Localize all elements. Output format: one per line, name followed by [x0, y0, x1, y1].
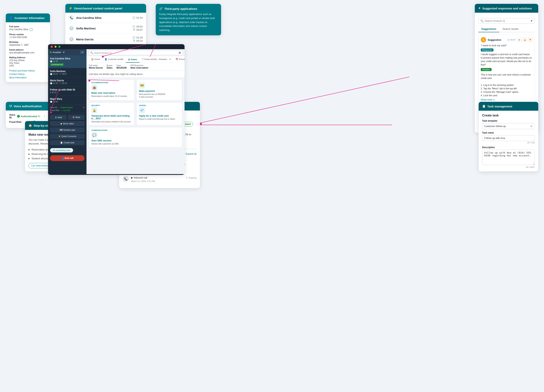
sidebar-contact-nikki[interactable]: Follow up with Nikki W. ‖06:43: [48, 87, 87, 96]
ccp-cards: Accommodations 🏨 Make new reservation Re…: [87, 78, 184, 149]
end-call-btn[interactable]: 👥 End call: [50, 155, 85, 161]
more-info-link[interactable]: More information: [9, 76, 47, 79]
auth-section: Voice ID: ✓ Authenticated ↻ Fraud Risk: …: [48, 105, 87, 113]
card-make-reservation[interactable]: Accommodations 🏨 Make new reservation Re…: [89, 80, 135, 100]
status-text: Available: [53, 51, 61, 53]
ccp-search-bar[interactable]: 🔍 ⚙: [89, 50, 183, 55]
card-new-credit[interactable]: Offers 💎 Apply for a new credit card Rep…: [136, 102, 182, 125]
task-name-count: 18 / 132: [482, 141, 535, 144]
settings-icon[interactable]: ⚙: [179, 51, 181, 54]
product-history-link[interactable]: Product purchase history: [9, 69, 47, 72]
task-mgmt-panel: 📋 Task management Create task Task templ…: [479, 102, 538, 171]
minimize-dot[interactable]: [55, 46, 57, 48]
response-badge: Response: [481, 48, 493, 52]
nav-scheduler[interactable]: 📅 Scheduler: [173, 56, 184, 63]
card-sms[interactable]: Communications 💬 Start SMS session Inter…: [89, 127, 182, 147]
voice-id-row: Voice ID: Authenticated ↻ ⋮: [9, 114, 47, 119]
contact-row[interactable]: 📞 Ana Carolina Silva 🕐 01:43: [65, 13, 146, 23]
call-avatar: 📞: [123, 176, 129, 182]
svg-line-5: [200, 77, 409, 123]
number-pad-btn[interactable]: ⌨ Number pad: [50, 127, 85, 133]
close-icon[interactable]: ✕: [531, 19, 533, 22]
mute-btn[interactable]: 🔇 Mute: [68, 115, 85, 120]
more-btn[interactable]: ⋮: [42, 114, 47, 118]
ccp-action-buttons: ⏸ Hold 🔇 Mute ▶ Show video ⌨ Number pad …: [48, 113, 87, 147]
copy-icon[interactable]: ⧉: [517, 38, 521, 42]
omnichannel-header: ⚡ Omnichannel contact control panel: [65, 4, 146, 13]
close-dot[interactable]: [51, 46, 53, 48]
voice-id-label: Voice ID:: [9, 114, 16, 119]
action-icons: ⧉ 👍 👎: [517, 38, 532, 42]
add-btn[interactable]: +: [80, 51, 85, 54]
maximize-dot[interactable]: [59, 46, 60, 48]
show-more-btn[interactable]: Show more ∨: [481, 98, 532, 101]
sidebar-contact-ana[interactable]: Ana Caroline Silva 🕐01:43 Connected call: [48, 55, 87, 68]
customer-info-panel: 👤 Customer information Full name Ana Car…: [6, 13, 50, 82]
omnichannel-title: Omnichannel contact control panel: [74, 7, 122, 10]
contact-name: Maria Garcia: [76, 38, 93, 41]
call-text: ▶ Inbound call: [131, 176, 147, 180]
it-something-else-btn[interactable]: It's something else: [50, 148, 73, 152]
card-block-debit[interactable]: Security 🔒 Temporary block debit card en…: [89, 102, 135, 125]
thumbs-down-icon[interactable]: 👎: [528, 38, 532, 42]
car-reservations-btn[interactable]: Car reservations: [29, 163, 51, 168]
quick-connects-btn[interactable]: ⚡ Quick Connects: [50, 134, 85, 139]
info-queue: Queue Sales: [106, 64, 112, 69]
chat-icon: 💬: [69, 36, 74, 42]
refresh-btn[interactable]: ↻: [37, 114, 41, 118]
contact-row[interactable]: 💬 Maria Garcia 🕐01:29 ⏱00:14: [65, 34, 146, 45]
nav-home[interactable]: 🏠 Home: [89, 56, 102, 63]
third-party-body: 🔗 Third-party applications Easily integr…: [156, 4, 221, 35]
auth-fraud: ✓ Low risk: [61, 109, 70, 111]
refresh-icon[interactable]: ↻: [83, 106, 85, 109]
card-make-payment[interactable]: 💳 Make payment Next payment due on 09/28…: [136, 80, 182, 100]
contact-name: Sofía Martinez: [76, 27, 96, 30]
suggestion-title: Suggestion: [488, 38, 501, 41]
connector-dot-3: [102, 56, 104, 58]
template-select[interactable]: Customer follow-up: [482, 123, 535, 129]
solution-text: This is how you can Lock and Unlock a cu…: [481, 73, 532, 97]
create-task-btn[interactable]: 📋 Create task: [50, 140, 85, 145]
contact-history-link[interactable]: Contact history: [9, 73, 47, 76]
info-ivr: IVR Response New reservation: [130, 64, 148, 69]
tab-suggestions[interactable]: Suggestions: [478, 26, 499, 32]
person-icon: 👤: [9, 16, 13, 20]
hold-btn[interactable]: ⏸ Hold: [50, 115, 67, 120]
ccp-nav: 🏠 Home 👤 Customer profile 🗂 Cases 🛡 Frau…: [87, 56, 184, 63]
sidebar-contact-sofia[interactable]: Sofia Martinez 🕐00:53 ⏱00:07: [48, 68, 87, 77]
customer-info-body: Full name Ana Carolina Silva Phone numbe…: [6, 22, 50, 82]
connected-badge: Connected call: [50, 63, 64, 66]
phone-icon: 📞: [69, 15, 74, 20]
ongoing-badge: ⏱ Ongoing: [186, 177, 196, 179]
info-full-name: Full name Maria Garcia: [89, 64, 103, 69]
edit-icon[interactable]: [30, 28, 32, 31]
desc-textarea[interactable]: Follow up with Ana at (914) 555-0199 reg…: [482, 150, 535, 165]
expand-all-btn[interactable]: ✓ Expand all: [183, 152, 196, 155]
task-name-input[interactable]: [482, 135, 535, 141]
nav-cases[interactable]: 🗂 Cases: [126, 57, 139, 63]
thumbs-up-icon[interactable]: 👍: [523, 38, 527, 42]
voice-auth-title: Voice authentication: [14, 105, 42, 108]
ccp-search-input[interactable]: [94, 52, 178, 54]
search-icon: 🔍: [90, 51, 93, 54]
search-input[interactable]: [485, 19, 529, 22]
third-party-icon: 🔗: [159, 7, 163, 10]
auth-voice-id: ✓ Authenticated: [59, 106, 72, 109]
customer-info-title: Customer information: [14, 16, 45, 20]
task-mgmt-title: Task management: [487, 105, 512, 108]
nav-customer-profile[interactable]: 👤 Customer profile: [102, 56, 126, 63]
nav-fraud[interactable]: 🛡 Fraud activity - transacti... ✕: [139, 56, 173, 63]
search-bar[interactable]: 🔍 ✕: [478, 18, 535, 24]
third-party-desc: Easily integrate third-party application…: [159, 12, 218, 32]
status-bar: Available ▼ +: [48, 49, 87, 55]
show-video-btn[interactable]: ▶ Show video: [50, 121, 85, 126]
sidebar-contact-maria[interactable]: Maria Garcia 🕐01:29 ⏱00:14: [48, 77, 87, 87]
tab-search-results[interactable]: Search results: [499, 26, 521, 32]
desc-label: Description: [482, 146, 535, 149]
sidebar-contact-mary[interactable]: Major Mary 🕐00:05: [48, 96, 87, 105]
voice-id-value: Authenticated: [17, 115, 37, 118]
solution-badge: Solution: [481, 68, 491, 71]
call-about-text: Call back via Mobile App. Ana might be c…: [87, 71, 184, 78]
connector-dot-1: [89, 80, 90, 82]
contact-row[interactable]: 💬 Sofía Martinez 🕐00:53 ⏱00:07: [65, 23, 146, 34]
